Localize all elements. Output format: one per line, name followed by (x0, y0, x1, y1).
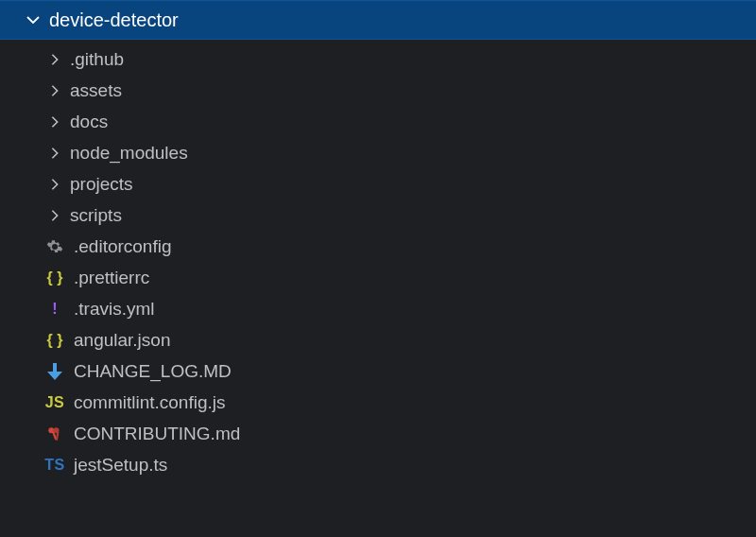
root-folder-label: device-detector (49, 9, 179, 31)
chevron-right-icon (43, 48, 66, 71)
file-label: .prettierrc (74, 268, 149, 288)
svg-rect-0 (53, 363, 57, 372)
folder-item[interactable]: projects (0, 168, 756, 199)
file-label: commitlint.config.js (74, 392, 226, 413)
file-item[interactable]: CHANGE_LOG.MD (0, 355, 756, 387)
json-icon: { } (43, 330, 66, 351)
exclamation-icon: ! (43, 299, 66, 320)
gear-icon (43, 236, 66, 257)
file-label: .editorconfig (74, 236, 172, 257)
file-item[interactable]: { } .prettierrc (0, 262, 756, 293)
json-icon: { } (43, 268, 66, 288)
chevron-down-icon (23, 9, 43, 30)
file-label: jestSetup.ts (74, 455, 167, 476)
js-icon: JS (43, 392, 66, 413)
folder-label: scripts (70, 205, 122, 226)
file-item[interactable]: .editorconfig (0, 231, 756, 262)
file-label: angular.json (74, 330, 170, 351)
file-item[interactable]: { } angular.json (0, 324, 756, 355)
file-label: CHANGE_LOG.MD (74, 361, 232, 382)
chevron-right-icon (43, 79, 66, 102)
file-label: CONTRIBUTING.md (74, 424, 240, 444)
folder-label: node_modules (70, 143, 188, 164)
folder-label: .github (70, 49, 124, 70)
file-item[interactable]: JS commitlint.config.js (0, 387, 756, 418)
file-explorer: device-detector .github assets docs (0, 0, 756, 537)
folder-label: projects (70, 174, 133, 195)
folder-item[interactable]: assets (0, 75, 756, 106)
ts-icon: TS (43, 455, 66, 476)
folder-label: assets (70, 80, 122, 101)
tree: .github assets docs node_modules project… (0, 40, 756, 480)
chevron-right-icon (43, 173, 66, 196)
keys-icon (43, 424, 66, 444)
folder-item[interactable]: scripts (0, 199, 756, 231)
file-label: .travis.yml (74, 299, 155, 320)
root-folder[interactable]: device-detector (0, 0, 756, 40)
chevron-right-icon (43, 204, 66, 227)
file-item[interactable]: ! .travis.yml (0, 293, 756, 324)
folder-item[interactable]: node_modules (0, 137, 756, 168)
file-item[interactable]: TS jestSetup.ts (0, 449, 756, 480)
folder-item[interactable]: .github (0, 43, 756, 75)
folder-label: docs (70, 112, 108, 132)
markdown-arrow-icon (43, 361, 66, 382)
chevron-right-icon (43, 142, 66, 165)
chevron-right-icon (43, 111, 66, 133)
folder-item[interactable]: docs (0, 106, 756, 137)
file-item[interactable]: CONTRIBUTING.md (0, 418, 756, 449)
